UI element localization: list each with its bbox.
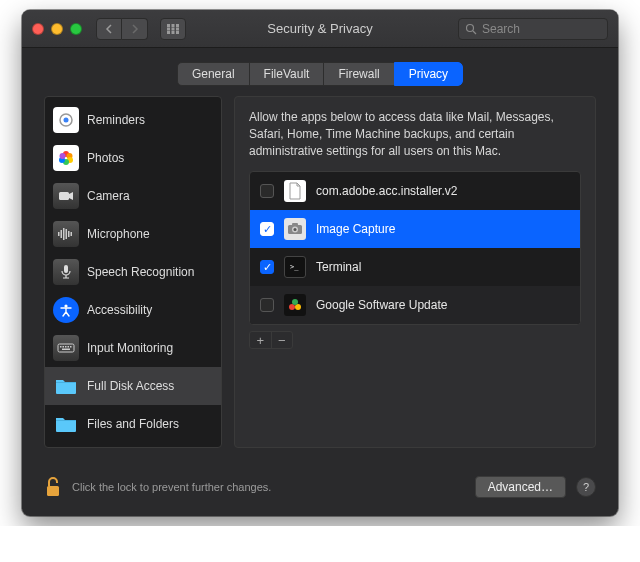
svg-rect-23 xyxy=(66,229,68,239)
sidebar-item-full-disk-access[interactable]: Full Disk Access xyxy=(45,367,221,405)
back-button[interactable] xyxy=(96,18,122,40)
document-icon xyxy=(284,180,306,202)
add-button[interactable]: + xyxy=(250,332,272,348)
main-pane: Allow the apps below to access data like… xyxy=(234,96,596,448)
tab-bar: General FileVault Firewall Privacy xyxy=(22,48,618,96)
sidebar-item-accessibility[interactable]: Accessibility xyxy=(45,291,221,329)
sidebar-item-reminders[interactable]: Reminders xyxy=(45,101,221,139)
checkbox[interactable] xyxy=(260,298,274,312)
sidebar-item-label: Camera xyxy=(87,189,130,203)
svg-rect-47 xyxy=(47,486,59,496)
svg-rect-6 xyxy=(167,31,170,34)
svg-rect-1 xyxy=(172,24,175,27)
svg-rect-38 xyxy=(56,420,76,421)
svg-rect-33 xyxy=(65,346,67,348)
app-name: com.adobe.acc.installer.v2 xyxy=(316,184,457,198)
sidebar-item-label: Full Disk Access xyxy=(87,379,174,393)
accessibility-icon xyxy=(53,297,79,323)
svg-rect-2 xyxy=(176,24,179,27)
help-button[interactable]: ? xyxy=(576,477,596,497)
footer: Click the lock to prevent further change… xyxy=(22,462,618,516)
sidebar-item-camera[interactable]: Camera xyxy=(45,177,221,215)
svg-point-44 xyxy=(289,304,295,310)
svg-rect-37 xyxy=(56,382,76,383)
checkbox[interactable]: ✓ xyxy=(260,222,274,236)
svg-rect-8 xyxy=(176,31,179,34)
app-list[interactable]: com.adobe.acc.installer.v2 ✓ Image Captu… xyxy=(249,171,581,325)
advanced-button[interactable]: Advanced… xyxy=(475,476,566,498)
sidebar-item-input-monitoring[interactable]: Input Monitoring xyxy=(45,329,221,367)
tab-general[interactable]: General xyxy=(177,62,249,86)
sidebar-item-label: Files and Folders xyxy=(87,417,179,431)
checkbox[interactable]: ✓ xyxy=(260,260,274,274)
sidebar-item-label: Speech Recognition xyxy=(87,265,194,279)
svg-point-18 xyxy=(60,153,66,159)
sidebar-item-files-and-folders[interactable]: Files and Folders xyxy=(45,405,221,443)
svg-rect-4 xyxy=(172,27,175,30)
camera-icon xyxy=(53,183,79,209)
terminal-icon: >_ xyxy=(284,256,306,278)
tab-privacy[interactable]: Privacy xyxy=(394,62,463,86)
app-row[interactable]: ✓ Image Capture xyxy=(250,210,580,248)
sidebar-item-photos[interactable]: Photos xyxy=(45,139,221,177)
svg-point-29 xyxy=(64,304,67,307)
sidebar-item-speech-recognition[interactable]: Speech Recognition xyxy=(45,253,221,291)
search-field[interactable] xyxy=(458,18,608,40)
speech-recognition-icon xyxy=(53,259,79,285)
svg-rect-5 xyxy=(176,27,179,30)
app-row[interactable]: ✓ >_ Terminal xyxy=(250,248,580,286)
app-row[interactable]: Google Software Update xyxy=(250,286,580,324)
search-icon xyxy=(465,23,477,35)
remove-button[interactable]: − xyxy=(272,332,293,348)
zoom-button[interactable] xyxy=(70,23,82,35)
app-name: Google Software Update xyxy=(316,298,447,312)
app-row[interactable]: com.adobe.acc.installer.v2 xyxy=(250,172,580,210)
lock-icon[interactable] xyxy=(44,476,62,498)
reminders-icon xyxy=(53,107,79,133)
checkbox[interactable] xyxy=(260,184,274,198)
app-name: Terminal xyxy=(316,260,361,274)
svg-rect-19 xyxy=(59,192,69,200)
sidebar-item-label: Input Monitoring xyxy=(87,341,173,355)
svg-rect-21 xyxy=(61,230,63,238)
tab-firewall[interactable]: Firewall xyxy=(323,62,393,86)
minimize-button[interactable] xyxy=(51,23,63,35)
svg-rect-20 xyxy=(58,232,60,236)
titlebar: Security & Privacy xyxy=(22,10,618,48)
svg-rect-7 xyxy=(172,31,175,34)
svg-point-9 xyxy=(467,24,474,31)
sidebar-item-microphone[interactable]: Microphone xyxy=(45,215,221,253)
svg-line-10 xyxy=(473,31,476,34)
list-edit-controls: + − xyxy=(249,331,293,349)
forward-button[interactable] xyxy=(122,18,148,40)
svg-rect-36 xyxy=(62,349,70,351)
google-updater-icon xyxy=(284,294,306,316)
input-monitoring-icon xyxy=(53,335,79,361)
lock-text: Click the lock to prevent further change… xyxy=(72,481,271,493)
folder-icon xyxy=(53,373,79,399)
svg-rect-25 xyxy=(71,232,73,236)
tab-filevault[interactable]: FileVault xyxy=(249,62,324,86)
image-capture-icon xyxy=(284,218,306,240)
svg-point-45 xyxy=(295,304,301,310)
show-all-button[interactable] xyxy=(160,18,186,40)
preferences-window: Security & Privacy General FileVault Fir… xyxy=(22,10,618,516)
svg-rect-31 xyxy=(60,346,62,348)
content-area: Reminders Photos Camera xyxy=(22,96,618,462)
svg-point-41 xyxy=(294,228,297,231)
photos-icon xyxy=(53,145,79,171)
description-text: Allow the apps below to access data like… xyxy=(249,109,581,159)
svg-rect-32 xyxy=(63,346,65,348)
svg-rect-35 xyxy=(70,346,72,348)
sidebar-item-label: Photos xyxy=(87,151,124,165)
sidebar-item-label: Accessibility xyxy=(87,303,152,317)
sidebar-item-label: Reminders xyxy=(87,113,145,127)
search-input[interactable] xyxy=(482,22,601,36)
svg-rect-22 xyxy=(63,228,65,240)
folder-icon xyxy=(53,411,79,437)
privacy-category-list[interactable]: Reminders Photos Camera xyxy=(44,96,222,448)
window-controls xyxy=(32,23,82,35)
close-button[interactable] xyxy=(32,23,44,35)
microphone-icon xyxy=(53,221,79,247)
svg-rect-34 xyxy=(68,346,70,348)
